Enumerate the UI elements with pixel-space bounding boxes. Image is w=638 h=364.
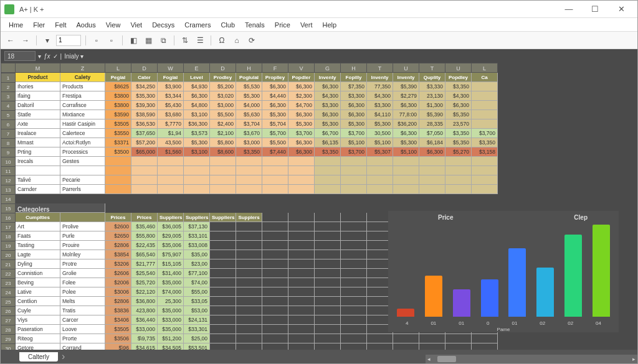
cell[interactable] (184, 157, 210, 166)
cell[interactable]: Prices (131, 213, 158, 222)
cell[interactable] (341, 343, 367, 350)
cell[interactable] (341, 166, 367, 175)
cell[interactable] (445, 185, 472, 194)
cell[interactable]: $6,300 (288, 82, 315, 91)
cell[interactable] (288, 297, 315, 306)
dropdown-icon[interactable]: ▾ (38, 53, 41, 60)
cell[interactable]: $6,300 (315, 82, 341, 91)
cell[interactable] (288, 325, 315, 334)
col-header[interactable]: T (419, 63, 445, 73)
cell[interactable]: Faats (16, 231, 60, 241)
cell[interactable] (341, 334, 367, 343)
forward-icon[interactable]: → (19, 34, 32, 47)
cell[interactable] (184, 166, 210, 175)
menu-decsys[interactable]: Decsys (148, 20, 179, 30)
cell[interactable]: 77,8:00 (393, 110, 419, 119)
cell[interactable]: Proplley (262, 73, 288, 82)
cell[interactable] (445, 166, 472, 175)
cell[interactable] (472, 101, 498, 110)
cell[interactable] (262, 157, 288, 166)
cell[interactable] (341, 185, 367, 194)
cell[interactable]: $8625 (105, 82, 131, 91)
cell[interactable] (262, 315, 288, 325)
cell[interactable]: $31,400 (158, 269, 184, 278)
col-header[interactable]: W (158, 63, 184, 73)
cell[interactable]: Popdley (445, 73, 472, 82)
cell[interactable] (288, 315, 315, 325)
cell[interactable]: $3,573 (184, 129, 210, 138)
cell[interactable] (315, 306, 341, 315)
cell[interactable]: Prolive (60, 222, 105, 231)
cell[interactable]: $3550 (105, 129, 131, 138)
cell[interactable] (472, 157, 498, 166)
tool-a-icon[interactable]: ▫ (90, 34, 103, 47)
cell[interactable] (184, 185, 210, 194)
cell[interactable]: Purle (60, 231, 105, 241)
cell[interactable] (419, 185, 445, 194)
col-header[interactable]: D (131, 63, 158, 73)
cell[interactable]: $36,440 (131, 315, 158, 325)
cell[interactable]: 23,570 (445, 119, 472, 129)
tool-b-icon[interactable]: ▫ (105, 34, 118, 47)
cell[interactable] (236, 166, 262, 175)
cell[interactable]: Connistion (16, 269, 60, 278)
cell[interactable] (341, 222, 367, 231)
cell[interactable] (158, 175, 184, 185)
cell[interactable]: $3505 (105, 325, 131, 334)
col-header[interactable]: L (105, 63, 131, 73)
cell[interactable]: Inventy (315, 73, 341, 82)
cell[interactable]: $6,300 (262, 101, 288, 110)
cell[interactable]: $2600 (105, 222, 131, 231)
cell[interactable]: $34,505 (158, 343, 184, 350)
cell[interactable] (236, 287, 262, 297)
row-number[interactable]: 7 (1, 129, 16, 139)
cell[interactable]: $5,500 (262, 138, 288, 147)
cell[interactable]: $3,330 (419, 82, 445, 91)
cell[interactable]: Prorte (60, 334, 105, 343)
cell[interactable]: $3206 (105, 259, 131, 269)
cell[interactable]: $5,800 (210, 138, 236, 147)
col-header[interactable]: U (393, 63, 419, 73)
cell[interactable] (210, 222, 236, 231)
cell[interactable]: $8,600 (210, 147, 236, 157)
cell[interactable] (367, 334, 393, 343)
cell[interactable]: $5,704 (262, 119, 288, 129)
cell[interactable]: Art (16, 222, 60, 231)
cell[interactable] (419, 334, 445, 343)
col-header[interactable]: Z (60, 63, 105, 73)
row-number[interactable]: 19 (1, 241, 16, 251)
menu-hme[interactable]: Hme (4, 20, 27, 30)
cell[interactable] (131, 185, 158, 194)
cell[interactable]: $3,000 (210, 101, 236, 110)
cell[interactable]: $35,460 (131, 222, 158, 231)
row-number[interactable]: 15 (1, 204, 16, 213)
cell[interactable] (341, 306, 367, 315)
cell[interactable] (210, 343, 236, 350)
cell[interactable]: $22,435 (131, 241, 158, 250)
cell[interactable] (210, 185, 236, 194)
row-number[interactable]: 28 (1, 325, 16, 335)
cell[interactable] (341, 231, 367, 241)
cell[interactable] (315, 334, 341, 343)
cell[interactable]: $7,440 (262, 147, 288, 157)
cell[interactable]: $5,300 (236, 91, 262, 101)
cell[interactable]: 43,500 (158, 138, 184, 147)
cell[interactable] (315, 157, 341, 166)
col-header[interactable]: T (367, 63, 393, 73)
cell[interactable]: Daltoril (16, 101, 60, 110)
cell[interactable] (288, 278, 315, 287)
cell[interactable] (472, 185, 498, 194)
cell[interactable] (315, 259, 341, 269)
cell[interactable]: $22,120 (131, 287, 158, 297)
cell[interactable] (341, 278, 367, 287)
cell[interactable] (262, 306, 288, 315)
cell[interactable]: Corrafisce (60, 101, 105, 110)
row-number[interactable]: 4 (1, 101, 16, 111)
cell[interactable]: $4,300 (445, 91, 472, 101)
cell[interactable]: 77,350 (367, 82, 393, 91)
chart[interactable]: Price Clep 40101001020204 Pame (388, 211, 619, 332)
menu-tenals[interactable]: Tenals (240, 20, 269, 30)
cell[interactable]: Getore (16, 343, 60, 350)
cell[interactable]: $35,300 (131, 91, 158, 101)
row-number[interactable]: 8 (1, 139, 16, 148)
